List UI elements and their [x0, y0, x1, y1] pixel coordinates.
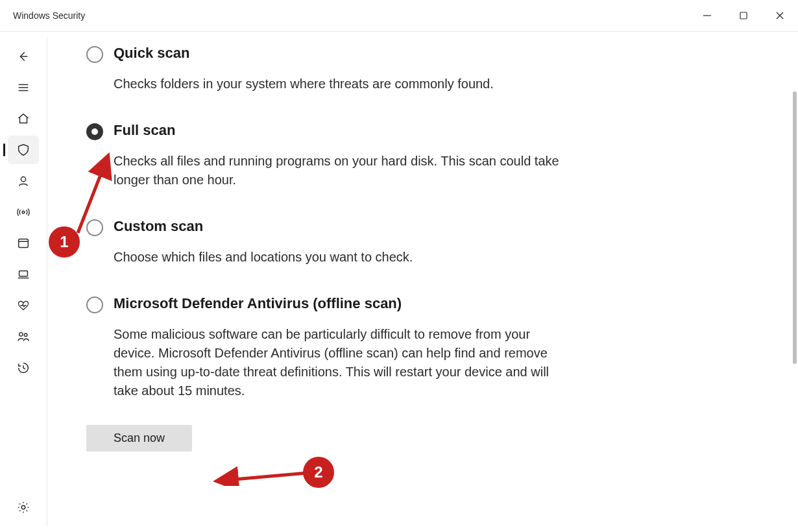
option-title: Microsoft Defender Antivirus (offline sc… — [114, 295, 568, 312]
content-area: Quick scan Checks folders in your system… — [47, 32, 798, 532]
person-icon — [16, 174, 30, 188]
title-bar: Windows Security — [0, 0, 798, 31]
svg-rect-11 — [19, 271, 28, 276]
family-icon — [16, 330, 30, 344]
window-controls — [689, 0, 798, 31]
annotation-arrow-2 — [210, 466, 313, 486]
minimize-icon — [703, 11, 712, 20]
svg-point-7 — [21, 177, 25, 182]
nav-firewall[interactable] — [8, 198, 39, 226]
scan-option-offline[interactable]: Microsoft Defender Antivirus (offline sc… — [86, 295, 759, 400]
close-button[interactable] — [762, 0, 798, 31]
back-arrow-icon — [16, 49, 30, 64]
window-title: Windows Security — [13, 10, 689, 21]
option-description: Choose which files and locations you wan… — [114, 248, 413, 267]
scan-option-quick[interactable]: Quick scan Checks folders in your system… — [86, 45, 759, 93]
radio-offline-scan[interactable] — [86, 296, 103, 313]
option-description: Some malicious software can be particula… — [114, 325, 568, 400]
sidebar — [0, 32, 47, 532]
svg-point-14 — [21, 505, 25, 509]
maximize-icon — [739, 11, 748, 20]
svg-rect-9 — [19, 239, 29, 248]
nav-virus-protection[interactable] — [8, 136, 39, 164]
option-description: Checks all files and running programs on… — [114, 152, 568, 189]
nav-device-security[interactable] — [8, 260, 39, 289]
svg-line-16 — [219, 473, 307, 481]
nav-account-protection[interactable] — [8, 167, 39, 195]
svg-rect-1 — [740, 12, 747, 19]
maximize-button[interactable] — [725, 0, 762, 31]
scan-option-custom[interactable]: Custom scan Choose which files and locat… — [86, 218, 759, 267]
app-window-icon — [16, 236, 30, 250]
windows-security-window: Windows Security — [0, 0, 798, 532]
heartbeat-icon — [16, 298, 30, 313]
antenna-icon — [16, 205, 30, 219]
nav-app-browser-control[interactable] — [8, 229, 39, 258]
scan-now-button[interactable]: Scan now — [86, 425, 192, 452]
svg-point-13 — [24, 333, 27, 337]
laptop-icon — [16, 267, 30, 282]
minimize-button[interactable] — [689, 0, 725, 31]
option-title: Custom scan — [114, 218, 413, 235]
option-description: Checks folders in your system where thre… — [114, 75, 494, 93]
nav-protection-history[interactable] — [8, 354, 39, 382]
nav-home[interactable] — [8, 104, 39, 133]
svg-point-12 — [19, 333, 23, 337]
window-body: Quick scan Checks folders in your system… — [0, 31, 798, 532]
history-icon — [16, 361, 30, 375]
scan-option-full[interactable]: Full scan Checks all files and running p… — [86, 122, 759, 189]
back-button[interactable] — [8, 42, 39, 71]
nav-device-performance[interactable] — [8, 291, 39, 320]
hamburger-icon — [16, 80, 30, 95]
close-icon — [775, 11, 784, 20]
option-title: Full scan — [114, 122, 568, 139]
content-scrollbar[interactable] — [793, 91, 797, 364]
annotation-badge-2: 2 — [303, 457, 334, 488]
svg-point-8 — [22, 211, 25, 213]
menu-button[interactable] — [8, 73, 39, 102]
nav-settings[interactable] — [8, 493, 39, 522]
radio-quick-scan[interactable] — [86, 46, 103, 63]
home-icon — [16, 112, 30, 126]
option-title: Quick scan — [114, 45, 494, 62]
gear-icon — [16, 500, 30, 514]
shield-icon — [16, 143, 30, 157]
radio-custom-scan[interactable] — [86, 219, 103, 236]
nav-family-options[interactable] — [8, 322, 39, 351]
annotation-badge-1: 1 — [49, 226, 80, 258]
radio-full-scan[interactable] — [86, 123, 103, 140]
